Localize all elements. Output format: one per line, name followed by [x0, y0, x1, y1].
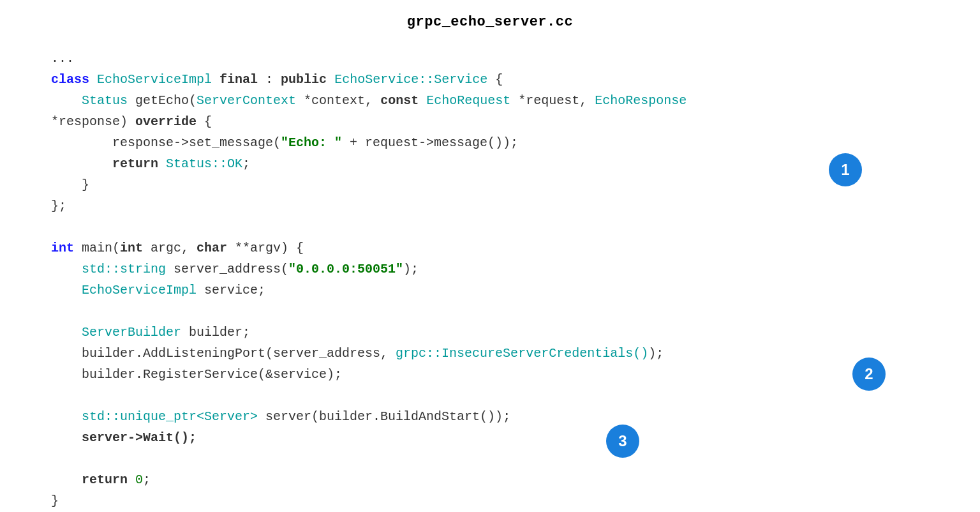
code-line-9	[51, 216, 929, 237]
code-line-5: response->set_message("Echo: " + request…	[51, 132, 929, 153]
code-line-12: EchoServiceImpl service;	[51, 280, 929, 301]
code-container: ... class EchoServiceImpl final : public…	[0, 41, 980, 512]
code-line-4: *response) override {	[51, 111, 929, 132]
code-line-6: return Status::OK;	[51, 153, 929, 174]
code-line-20	[51, 448, 929, 469]
code-line-10: int main(int argc, char **argv) {	[51, 237, 929, 259]
code-line-13	[51, 301, 929, 322]
annotation-badge-3: 3	[606, 425, 639, 458]
code-line-19: server->Wait();	[51, 427, 929, 448]
code-line-18: std::unique_ptr<Server> server(builder.B…	[51, 406, 929, 427]
code-line-17	[51, 385, 929, 406]
code-line-1: ...	[51, 48, 929, 69]
annotation-badge-2: 2	[852, 358, 886, 391]
code-line-22: }	[51, 490, 929, 511]
code-line-3: Status getEcho(ServerContext *context, c…	[51, 90, 929, 111]
code-line-7: }	[51, 174, 929, 195]
code-line-11: std::string server_address("0.0.0.0:5005…	[51, 259, 929, 280]
code-line-8: };	[51, 195, 929, 216]
annotation-badge-1: 1	[829, 153, 862, 186]
code-line-14: ServerBuilder builder;	[51, 322, 929, 343]
page-title: grpc_echo_server.cc	[0, 0, 980, 41]
code-line-21: return 0;	[51, 469, 929, 490]
code-line-15: builder.AddListeningPort(server_address,…	[51, 343, 929, 364]
code-line-16: builder.RegisterService(&service);	[51, 364, 929, 385]
code-line-2: class EchoServiceImpl final : public Ech…	[51, 69, 929, 90]
